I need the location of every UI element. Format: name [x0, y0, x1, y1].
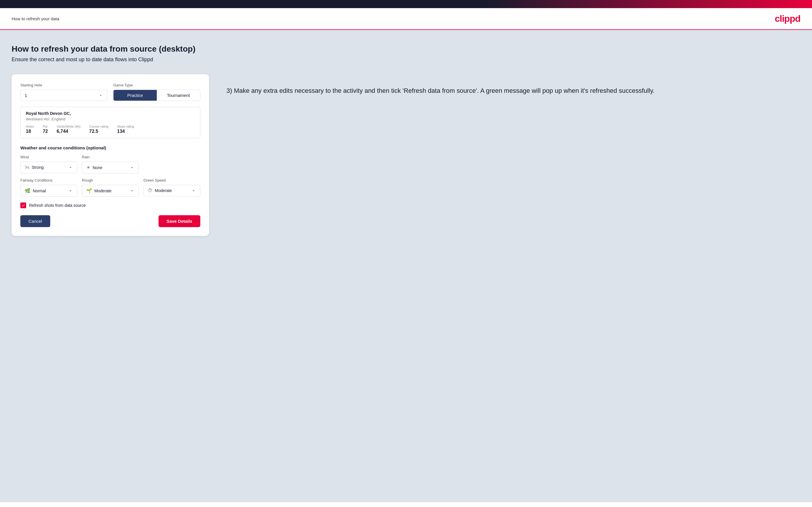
rough-section: Rough 🌱 Moderate [82, 178, 139, 196]
logo: clippd [775, 13, 800, 24]
refresh-checkbox-row: Refresh shots from data source [20, 203, 200, 208]
practice-button[interactable]: Practice [113, 90, 157, 101]
save-button[interactable]: Save Details [158, 215, 200, 227]
form-card: Starting Hole 1 Game Type Practice Tourn… [12, 74, 209, 236]
par-value: 72 [43, 129, 48, 134]
slope-rating-stat: Slope rating 134 [117, 125, 134, 134]
par-stat: Par 72 [43, 125, 48, 134]
main-content: How to refresh your data from source (de… [0, 30, 812, 502]
starting-hole-section: Starting Hole 1 [20, 83, 107, 101]
fairway-chevron-icon [68, 188, 73, 193]
instruction-text: 3) Make any extra edits necessary to the… [226, 74, 800, 96]
green-speed-value: Moderate [155, 188, 189, 193]
starting-hole-value: 1 [25, 93, 27, 98]
rain-chevron-icon [130, 165, 135, 170]
game-type-section: Game Type Practice Tournament [113, 83, 200, 101]
wind-icon: 🌬 [25, 165, 29, 170]
page-heading: How to refresh your data from source (de… [12, 44, 800, 54]
header-title: How to refresh your data [12, 16, 59, 21]
page-subheading: Ensure the correct and most up to date d… [12, 57, 800, 63]
refresh-checkbox[interactable] [20, 203, 26, 208]
wind-section: Wind 🌬 Strong [20, 155, 77, 173]
yards-value: 6,744 [57, 129, 81, 134]
course-rating-stat: Course rating 72.5 [89, 125, 108, 134]
course-location: Westward Ho!, England [26, 117, 195, 121]
yards-stat: Yards/White (M)) 6,744 [57, 125, 81, 134]
fairway-section: Fairway Conditions 🌿 Normal [20, 178, 77, 196]
wind-chevron-icon [68, 165, 73, 170]
fairway-icon: 🌿 [25, 188, 31, 193]
starting-hole-chevron-icon [98, 93, 103, 98]
game-type-label: Game Type [113, 83, 200, 87]
slope-rating-value: 134 [117, 129, 134, 134]
wind-select[interactable]: 🌬 Strong [20, 162, 77, 173]
course-rating-label: Course rating [89, 125, 108, 128]
rain-select[interactable]: ☀ None [82, 162, 139, 173]
rough-label: Rough [82, 178, 139, 182]
button-row: Cancel Save Details [20, 215, 200, 227]
rain-label: Rain [82, 155, 139, 159]
wind-label: Wind [20, 155, 77, 159]
holes-label: Holes [26, 125, 34, 128]
green-speed-section: Green Speed ⏱ Moderate [143, 178, 200, 196]
wind-value: Strong [32, 165, 66, 170]
par-label: Par [43, 125, 48, 128]
rain-section: Rain ☀ None [82, 155, 139, 173]
game-type-toggle: Practice Tournament [113, 90, 200, 101]
tournament-button[interactable]: Tournament [157, 90, 200, 101]
holes-stat: Holes 18 [26, 125, 34, 134]
slope-rating-label: Slope rating [117, 125, 134, 128]
yards-label: Yards/White (M)) [57, 125, 81, 128]
starting-hole-label: Starting Hole [20, 83, 107, 87]
rain-value: None [93, 165, 128, 170]
green-speed-label: Green Speed [143, 178, 200, 182]
instruction-body: 3) Make any extra edits necessary to the… [226, 87, 655, 94]
conditions-label: Weather and course conditions (optional) [20, 145, 200, 150]
course-name: Royal North Devon GC, [26, 111, 195, 116]
starting-hole-select[interactable]: 1 [20, 90, 107, 101]
header: How to refresh your data clippd [0, 8, 812, 30]
footer: Copyright Clippd 2022 [0, 502, 812, 507]
rough-chevron-icon [130, 188, 135, 193]
cancel-button[interactable]: Cancel [20, 215, 50, 227]
refresh-label: Refresh shots from data source [29, 203, 86, 208]
checkmark-icon [21, 203, 25, 207]
rough-icon: 🌱 [86, 188, 92, 193]
fairway-value: Normal [33, 188, 66, 193]
course-stats: Holes 18 Par 72 Yards/White (M)) 6,744 C… [26, 125, 195, 134]
fairway-select[interactable]: 🌿 Normal [20, 185, 77, 196]
rain-icon: ☀ [86, 165, 90, 170]
green-speed-select[interactable]: ⏱ Moderate [143, 185, 200, 196]
rough-value: Moderate [94, 188, 128, 193]
course-rating-value: 72.5 [89, 129, 108, 134]
holes-value: 18 [26, 129, 34, 134]
green-speed-chevron-icon [191, 188, 196, 193]
content-layout: Starting Hole 1 Game Type Practice Tourn… [12, 74, 800, 236]
course-info-box: Royal North Devon GC, Westward Ho!, Engl… [20, 107, 200, 138]
top-stripe [0, 0, 812, 8]
fairway-label: Fairway Conditions [20, 178, 77, 182]
green-speed-icon: ⏱ [148, 188, 152, 193]
rough-select[interactable]: 🌱 Moderate [82, 185, 139, 196]
